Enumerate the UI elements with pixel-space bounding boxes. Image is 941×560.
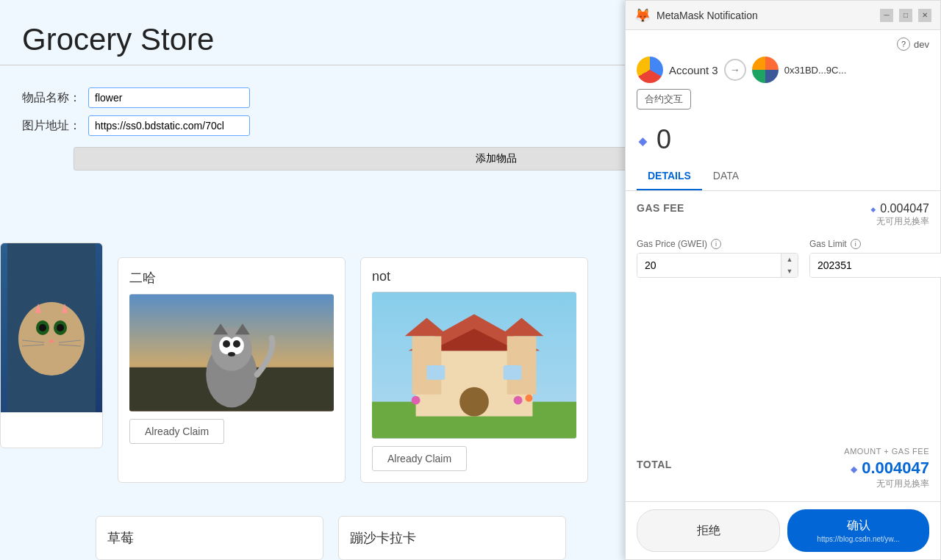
mm-close-button[interactable]: ✕ (918, 9, 931, 22)
mm-contract-badge: 合约交互 (637, 89, 691, 110)
mm-total-eth-row: ⬥ 0.004047 (849, 459, 929, 478)
svg-point-23 (514, 396, 523, 405)
mm-total-value: ⬥ 0.004047 无可用兑换率 (849, 459, 929, 490)
mm-total-eth-amount: 0.004047 (862, 459, 929, 477)
mm-gas-limit-info-icon[interactable]: i (851, 239, 861, 249)
mm-gas-price-spinner: ▲ ▼ (781, 254, 798, 277)
mm-maximize-button[interactable]: □ (899, 9, 912, 22)
img-label: 图片地址： (22, 118, 81, 134)
cat-img (1, 243, 102, 412)
card-title-jumping: 蹦沙卡拉卡 (350, 529, 554, 547)
mm-gas-limit-label-row: Gas Limit i (809, 239, 941, 249)
mm-gas-no-convert: 无可用兑换率 (870, 215, 929, 228)
card-title-not: not (372, 269, 576, 284)
mm-gas-price-input-row: ▲ ▼ (637, 253, 798, 278)
eth-icon: ⬥ (637, 128, 649, 151)
mm-accounts-row: Account 3 → 0x31BD...9C... (637, 57, 929, 83)
mm-eth-value: 0 (656, 124, 671, 155)
card-img-not (372, 292, 576, 439)
mm-titlebar: 🦊 MetaMask Notification ─ □ ✕ (626, 1, 940, 30)
mm-gas-fee-label: GAS FEE (637, 202, 684, 214)
card-title-strawberry: 草莓 (107, 529, 312, 547)
product-card-erha: 二哈 (118, 257, 346, 483)
mm-gas-fee-row: GAS FEE ⬥ 0.004047 无可用兑换率 (637, 202, 929, 228)
svg-point-6 (223, 340, 230, 348)
mm-help-row: ? dev (637, 37, 929, 51)
mm-details-panel: GAS FEE ⬥ 0.004047 无可用兑换率 Gas Price (GWE… (626, 191, 940, 501)
mm-arrow-icon: → (724, 59, 746, 81)
claim-button-not[interactable]: Already Claim (372, 446, 467, 471)
mm-confirm-label: 确认 (847, 518, 870, 534)
mm-tabs: DETAILS DATA (626, 162, 940, 191)
product-card-strawberry: 草莓 (96, 516, 323, 560)
mm-dev-label: dev (914, 39, 929, 50)
svg-rect-22 (504, 365, 522, 380)
cards-grid: 二哈 (96, 243, 625, 498)
cat-card-partial (0, 243, 103, 448)
img-input[interactable] (88, 115, 250, 136)
mm-title-left: 🦊 MetaMask Notification (634, 7, 758, 24)
mm-total-label: TOTAL (637, 459, 672, 470)
metamask-fox-icon: 🦊 (634, 7, 651, 24)
mm-gas-limit-input[interactable] (810, 254, 941, 277)
tab-details[interactable]: DETAILS (637, 162, 702, 190)
mm-gas-price-input[interactable] (637, 254, 781, 277)
product-card-jumping: 蹦沙卡拉卡 (338, 516, 566, 560)
mm-account-from: Account 3 (669, 64, 718, 76)
mm-title-text: MetaMask Notification (656, 10, 758, 21)
mm-total-no-convert: 无可用兑换率 (849, 478, 929, 490)
product-card-not: not (360, 257, 588, 483)
svg-point-33 (57, 324, 64, 331)
mm-from-avatar (637, 57, 663, 83)
mm-window-controls: ─ □ ✕ (880, 9, 931, 22)
mm-header: ? dev Account 3 → 0x31BD...9C... 合约交互 (626, 30, 940, 117)
main-page: Grocery Store 物品名称： 图片地址： 添加物品 二哈 (0, 0, 941, 560)
svg-point-25 (412, 396, 421, 405)
mm-total-section: AMOUNT + GAS FEE TOTAL ⬥ 0.004047 无可用兑换率 (637, 447, 929, 490)
mm-minimize-button[interactable]: ─ (880, 9, 893, 22)
claim-button-erha[interactable]: Already Claim (129, 419, 224, 444)
svg-point-24 (526, 395, 533, 402)
bottom-cards-row: 草莓 蹦沙卡拉卡 (96, 516, 625, 560)
mm-gas-fee-value: ⬥ 0.004047 无可用兑换率 (870, 202, 929, 228)
card-img-erha (129, 294, 334, 412)
mm-confirm-url: https://blog.csdn.net/yw... (817, 535, 899, 543)
mm-gas-limit-label: Gas Limit (809, 239, 847, 249)
tab-data[interactable]: DATA (702, 162, 750, 190)
svg-point-7 (233, 340, 240, 348)
mm-amount-gas-label: AMOUNT + GAS FEE (637, 447, 929, 456)
name-input[interactable] (88, 87, 250, 108)
mm-to-avatar (752, 57, 779, 83)
mm-gas-price-info-icon[interactable]: i (711, 239, 721, 249)
mm-gas-price-up[interactable]: ▲ (781, 254, 798, 265)
card-title-erha: 二哈 (129, 269, 334, 287)
mm-price-inputs: Gas Price (GWEI) i ▲ ▼ Gas Limit i (637, 239, 929, 278)
mm-gas-limit-input-row: ▲ ▼ (809, 253, 941, 278)
svg-rect-20 (459, 387, 489, 417)
mm-reject-button[interactable]: 拒绝 (637, 509, 780, 552)
mm-gas-eth-amount: ⬥ 0.004047 (870, 202, 929, 215)
mm-gas-limit-group: Gas Limit i ▲ ▼ (809, 239, 941, 278)
mm-account-to: 0x31BD...9C... (784, 65, 847, 76)
svg-rect-21 (426, 365, 445, 380)
mm-eth-amount-row: ⬥ 0 (626, 117, 940, 162)
mm-gas-price-label-row: Gas Price (GWEI) i (637, 239, 798, 249)
metamask-panel: 🦊 MetaMask Notification ─ □ ✕ ? dev Acco… (625, 0, 941, 560)
mm-gas-price-label: Gas Price (GWEI) (637, 239, 707, 249)
mm-total-eth-icon: ⬥ (849, 459, 859, 477)
mm-gas-price-group: Gas Price (GWEI) i ▲ ▼ (637, 239, 798, 278)
svg-point-32 (39, 324, 46, 331)
name-label: 物品名称： (22, 90, 81, 106)
mm-gas-price-down[interactable]: ▼ (781, 265, 798, 277)
mm-confirm-button[interactable]: 确认 https://blog.csdn.net/yw... (787, 509, 929, 552)
mm-gas-eth-icon: ⬥ (870, 202, 877, 215)
svg-point-10 (228, 352, 235, 356)
mm-total-row: TOTAL ⬥ 0.004047 无可用兑换率 (637, 459, 929, 490)
mm-gas-eth-value: 0.004047 (880, 202, 929, 215)
mm-btn-row: 拒绝 确认 https://blog.csdn.net/yw... (637, 509, 929, 552)
mm-help-icon[interactable]: ? (897, 37, 910, 51)
mm-footer: 拒绝 确认 https://blog.csdn.net/yw... (626, 501, 940, 559)
